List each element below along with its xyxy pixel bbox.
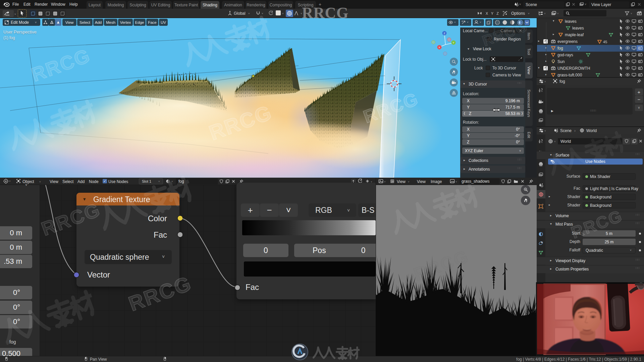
svg-text:X: X: [438, 46, 440, 49]
svg-text:Y: Y: [452, 41, 454, 44]
svg-text:Z: Z: [444, 32, 445, 35]
